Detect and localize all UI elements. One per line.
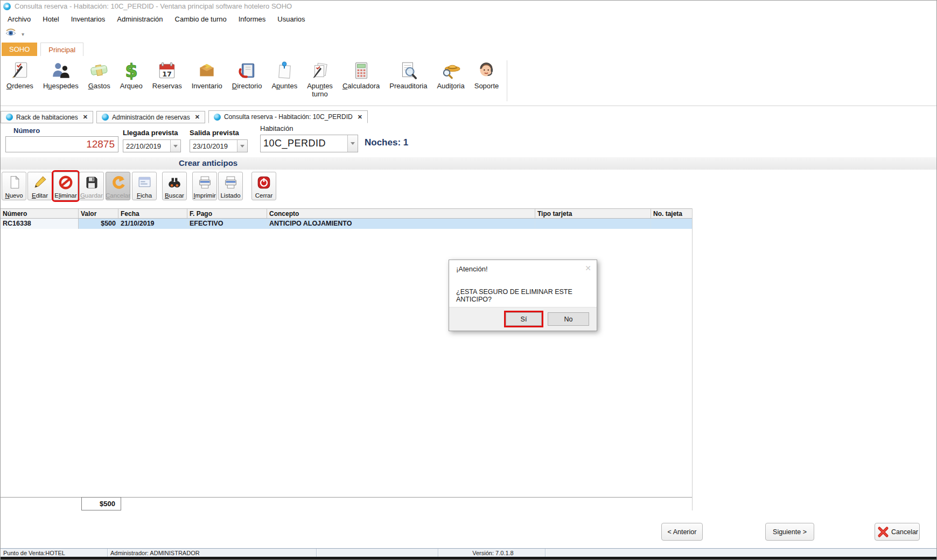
- ribbon-item-label: Arqueo: [120, 82, 143, 90]
- nuevo-button[interactable]: Nuevo: [2, 172, 26, 200]
- support-icon: [476, 59, 497, 82]
- close-icon[interactable]: ✕: [585, 264, 591, 272]
- col-no-tarjeta[interactable]: No. tajeta: [651, 209, 692, 218]
- salida-combo[interactable]: 23/10/2019: [190, 139, 248, 152]
- menu-inventarios[interactable]: Inventarios: [65, 13, 111, 25]
- soho-window: Consulta reserva - Habitación: 10C_PERDI…: [0, 0, 937, 560]
- tab-app-icon: [214, 114, 221, 121]
- ribbon-tab-soho[interactable]: SOHO: [2, 43, 37, 56]
- menu-archivo[interactable]: Archivo: [2, 13, 37, 25]
- chevron-down-icon[interactable]: [170, 140, 180, 152]
- yes-button[interactable]: Sí: [506, 312, 542, 326]
- habitacion-combo[interactable]: 10C_PERDID: [260, 135, 358, 152]
- noches-label: Noches: 1: [365, 137, 408, 148]
- numero-input[interactable]: [5, 136, 118, 152]
- doctab-label: Rack de habitaciones: [16, 114, 78, 121]
- ribbon-tabs: SOHO Principal: [1, 42, 936, 56]
- ribbon-item-calculadora[interactable]: Calculadora: [338, 58, 384, 91]
- ribbon-item-label: Inventario: [192, 82, 222, 90]
- ribbon-item-apuntes[interactable]: Apuntes: [267, 58, 302, 91]
- ribbon-item-preauditoria[interactable]: Preauditoria: [384, 58, 432, 91]
- calculator-icon: [351, 59, 372, 82]
- siguiente-button[interactable]: Siguiente >: [765, 523, 814, 541]
- ribbon-item-label: Calculadora: [342, 82, 380, 90]
- audit-hat-icon: [440, 59, 461, 82]
- menu-hotel[interactable]: Hotel: [37, 13, 65, 25]
- ribbon-item-ordenes[interactable]: Ordenes: [2, 58, 38, 91]
- statusbar: Punto de Venta:HOTEL Administrador: ADMI…: [1, 548, 936, 557]
- svg-text:$: $: [125, 60, 138, 81]
- close-icon[interactable]: ✕: [195, 114, 200, 121]
- total-value: $500: [81, 497, 121, 510]
- cerrar-button[interactable]: Cerrar: [251, 172, 276, 200]
- status-administrador: Administrador: ADMINISTRADOR: [108, 549, 317, 557]
- menu-cambio-turno[interactable]: Cambio de turno: [169, 13, 233, 25]
- menu-usuarios[interactable]: Usuarios: [271, 13, 311, 25]
- doctab-administracion-reservas[interactable]: Administración de reservas ✕: [96, 111, 205, 123]
- app-logo-icon: [3, 3, 11, 10]
- ribbon-item-label: Apuntesturno: [307, 82, 333, 98]
- habitacion-value: 10C_PERDID: [261, 138, 347, 149]
- ribbon-item-gastos[interactable]: Gastos: [83, 58, 115, 91]
- ribbon-item-arqueo[interactable]: $ Arqueo: [115, 58, 148, 91]
- cell-valor: $500: [79, 219, 118, 229]
- ribbon-item-auditoria[interactable]: Auditoria: [432, 58, 469, 91]
- ribbon-item-label: Soporte: [474, 82, 499, 90]
- red-x-icon: [877, 526, 889, 538]
- eye-icon[interactable]: [5, 28, 17, 40]
- new-page-icon: [7, 172, 22, 192]
- col-numero[interactable]: Número: [1, 209, 79, 218]
- doctab-rack-habitaciones[interactable]: Rack de habitaciones ✕: [1, 111, 93, 123]
- menu-administracion[interactable]: Administración: [111, 13, 169, 25]
- col-fecha[interactable]: Fecha: [118, 209, 187, 218]
- listado-button[interactable]: Listado: [218, 172, 243, 200]
- eliminar-button[interactable]: Eliminar: [53, 172, 78, 200]
- doctab-label: Administración de reservas: [112, 114, 190, 121]
- close-icon[interactable]: ✕: [358, 114, 362, 121]
- ficha-button[interactable]: Ficha: [132, 172, 157, 200]
- anterior-button[interactable]: < Anterior: [661, 523, 703, 541]
- imprimir-button[interactable]: Imprimir: [192, 172, 217, 200]
- ribbon-item-apuntes-turno[interactable]: Apuntesturno: [302, 58, 338, 99]
- menubar: Archivo Hotel Inventarios Administración…: [1, 12, 936, 26]
- ribbon-item-reservas[interactable]: 17 Reservas: [148, 58, 187, 91]
- ribbon-item-label: Huespedes: [43, 82, 79, 90]
- cancelar-wizard-button[interactable]: Cancelar: [875, 523, 920, 541]
- col-valor[interactable]: Valor: [79, 209, 118, 218]
- quick-access-toolbar: ▾: [1, 26, 936, 42]
- dialog-title: ¡Atención!: [449, 260, 597, 273]
- ribbon-item-huespedes[interactable]: Huespedes: [38, 58, 83, 91]
- status-version: Versión: 7.0.1.8: [438, 549, 546, 557]
- no-button[interactable]: No: [548, 312, 589, 326]
- table-row[interactable]: RC16338 $500 21/10/2019 EFECTIVO ANTICIP…: [1, 219, 692, 229]
- col-tipo-tarjeta[interactable]: Tipo tarjeta: [535, 209, 651, 218]
- anticipos-toolbar: Nuevo Editar Eliminar Guardar Cancelar: [1, 170, 936, 204]
- llegada-value: 22/10/2019: [123, 142, 170, 150]
- svg-text:17: 17: [162, 70, 172, 78]
- col-concepto[interactable]: Concepto: [267, 209, 535, 218]
- reservation-form: Número Llegada prevista 22/10/2019 Salid…: [1, 123, 936, 157]
- chevron-down-icon[interactable]: [347, 135, 358, 152]
- binoculars-icon: [167, 172, 182, 192]
- ribbon-item-inventario[interactable]: Inventario: [187, 58, 227, 91]
- ribbon-tab-principal[interactable]: Principal: [40, 43, 83, 56]
- llegada-label: Llegada prevista: [123, 129, 178, 137]
- ribbon-item-directorio[interactable]: Directorio: [227, 58, 267, 91]
- ribbon-item-label: Reservas: [152, 82, 182, 90]
- ribbon-item-soporte[interactable]: Soporte: [470, 58, 504, 91]
- cancelar-label: Cancelar: [891, 528, 918, 536]
- buscar-button[interactable]: Buscar: [162, 172, 187, 200]
- printer-icon: [198, 172, 212, 192]
- col-fpago[interactable]: F. Pago: [187, 209, 267, 218]
- close-icon[interactable]: ✕: [83, 114, 88, 121]
- wizard-nav: < Anterior Siguiente > Cancelar: [1, 521, 936, 543]
- cancelar-button[interactable]: Cancelar: [106, 172, 130, 200]
- guardar-button[interactable]: Guardar: [79, 172, 104, 200]
- chevron-down-icon[interactable]: [237, 140, 247, 152]
- quick-access-dropdown-icon[interactable]: ▾: [22, 31, 24, 37]
- section-title: Crear anticipos: [179, 158, 237, 167]
- doctab-consulta-reserva[interactable]: Consulta reserva - Habitación: 10C_PERDI…: [208, 110, 368, 123]
- llegada-combo[interactable]: 22/10/2019: [123, 139, 181, 152]
- editar-button[interactable]: Editar: [27, 172, 52, 200]
- menu-informes[interactable]: Informes: [233, 13, 272, 25]
